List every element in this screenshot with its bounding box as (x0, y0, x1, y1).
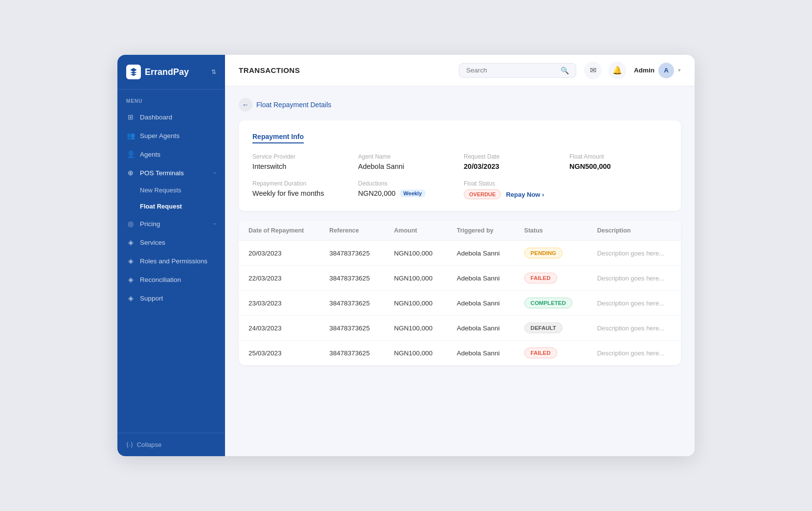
agent-name-label: Agent Name (358, 153, 456, 160)
deductions-row: NGN20,000 Weekly (358, 189, 456, 197)
cell-amount: NGN100,000 (384, 241, 447, 266)
status-badge: FAILED (524, 348, 557, 358)
agent-name-value: Adebola Sanni (358, 163, 456, 170)
status-badge: COMPLETED (524, 298, 572, 308)
cell-reference: 38478373625 (319, 291, 384, 316)
table-body: 20/03/2023 38478373625 NGN100,000 Adebol… (239, 241, 681, 366)
repay-now-button[interactable]: Repay Now › (506, 191, 544, 198)
sidebar-item-roles-permissions[interactable]: ◈ Roles and Permissions (117, 252, 225, 270)
logo-icon (126, 65, 141, 79)
collapse-label: Collapse (137, 441, 162, 448)
deductions-value: NGN20,000 (358, 189, 396, 197)
cell-reference: 38478373625 (319, 316, 384, 341)
notification-button[interactable]: 🔔 (609, 62, 626, 79)
cell-triggered-by: Adebola Sanni (447, 291, 515, 316)
breadcrumb-text[interactable]: Float Repayment Details (256, 101, 331, 109)
repayment-duration-value: Weekly for five months (252, 189, 350, 197)
request-date-label: Request Date (464, 153, 562, 160)
table-row: 25/03/2023 38478373625 NGN100,000 Adebol… (239, 341, 681, 366)
sidebar-logo[interactable]: ErrandPay ⇅ (117, 55, 225, 90)
cell-amount: NGN100,000 (384, 266, 447, 291)
roles-icon: ◈ (126, 257, 135, 265)
deductions-block: Deductions NGN20,000 Weekly (358, 180, 456, 199)
sidebar-item-agents[interactable]: 👤 Agents (117, 145, 225, 163)
repayment-duration-block: Repayment Duration Weekly for five month… (252, 180, 350, 199)
service-provider-value: Interswitch (252, 163, 350, 170)
sidebar-sub-item-new-requests[interactable]: New Requests (117, 182, 225, 198)
deductions-label: Deductions (358, 180, 456, 187)
reconciliation-icon: ◈ (126, 276, 135, 283)
table-row: 23/03/2023 38478373625 NGN100,000 Adebol… (239, 291, 681, 316)
cell-triggered-by: Adebola Sanni (447, 316, 515, 341)
bell-icon: 🔔 (612, 66, 622, 75)
sidebar-item-dashboard[interactable]: ⊞ Dashboard (117, 108, 225, 126)
sidebar-item-services[interactable]: ◈ Services (117, 233, 225, 252)
content-area: ← Float Repayment Details Repayment Info… (225, 86, 695, 456)
sidebar-item-label: Support (140, 295, 216, 302)
sidebar-item-label: Super Agents (140, 132, 216, 139)
repayment-info-card: Repayment Info Service Provider Interswi… (239, 120, 681, 211)
cell-status: COMPLETED (515, 291, 587, 316)
float-status-block: Float Status OVERDUE Repay Now › (464, 180, 562, 199)
col-triggered-by: Triggered by (447, 221, 515, 241)
page-title: TRANSACTIONS (239, 66, 300, 74)
sidebar-item-reconciliation[interactable]: ◈ Reconciliation (117, 270, 225, 289)
sidebar-item-label: Agents (140, 151, 216, 158)
col-reference: Reference (319, 221, 384, 241)
float-request-label: Float Request (140, 203, 182, 210)
status-badge: DEFAULT (524, 323, 563, 333)
cell-status: PENDING (515, 241, 587, 266)
sidebar-collapse-button[interactable]: ⟨·⟩ Collapse (117, 433, 225, 456)
status-badge: PENDING (524, 248, 563, 258)
cell-reference: 38478373625 (319, 266, 384, 291)
pricing-icon: ◎ (126, 220, 135, 228)
cell-reference: 38478373625 (319, 241, 384, 266)
sidebar-item-pricing[interactable]: ◎ Pricing − (117, 214, 225, 233)
topbar: TRANSACTIONS 🔍 ✉ 🔔 Admin A ▾ (225, 55, 695, 86)
cell-description: Description goes here... (587, 316, 681, 341)
cell-description: Description goes here... (587, 241, 681, 266)
logo-chevron-icon[interactable]: ⇅ (211, 69, 216, 75)
dashboard-icon: ⊞ (126, 113, 135, 121)
sidebar-item-super-agents[interactable]: 👥 Super Agents (117, 126, 225, 145)
app-container: ErrandPay ⇅ MENU ⊞ Dashboard 👥 Super Age… (117, 55, 695, 456)
col-amount: Amount (384, 221, 447, 241)
search-bar[interactable]: 🔍 (459, 63, 576, 78)
cell-amount: NGN100,000 (384, 316, 447, 341)
expand-icon: − (213, 170, 216, 176)
nav-items: MENU ⊞ Dashboard 👥 Super Agents 👤 Agents… (117, 90, 225, 433)
repayment-table: Date of Repayment Reference Amount Trigg… (239, 221, 681, 365)
table-row: 24/03/2023 38478373625 NGN100,000 Adebol… (239, 316, 681, 341)
mail-button[interactable]: ✉ (584, 62, 602, 79)
sidebar-item-label: Dashboard (140, 114, 216, 121)
sidebar-item-label: POS Terminals (140, 169, 208, 177)
service-provider-label: Service Provider (252, 153, 350, 160)
search-input[interactable] (466, 67, 557, 74)
weekly-badge: Weekly (400, 189, 426, 197)
user-name: Admin (634, 67, 654, 74)
cell-description: Description goes here... (587, 341, 681, 366)
request-date-value: 20/03/2023 (464, 163, 562, 170)
cell-date: 22/03/2023 (239, 266, 319, 291)
back-button[interactable]: ← (239, 98, 252, 112)
cell-date: 25/03/2023 (239, 341, 319, 366)
user-menu[interactable]: Admin A ▾ (634, 63, 681, 78)
sidebar-item-pos-terminals[interactable]: ⊕ POS Terminals − (117, 163, 225, 182)
service-provider-block: Service Provider Interswitch (252, 153, 350, 170)
cell-status: FAILED (515, 266, 587, 291)
sidebar-item-label: Roles and Permissions (140, 257, 216, 265)
col-date: Date of Repayment (239, 221, 319, 241)
logo-text: ErrandPay (145, 67, 189, 77)
cell-description: Description goes here... (587, 291, 681, 316)
repayment-duration-label: Repayment Duration (252, 180, 350, 187)
sidebar-item-label: Reconciliation (140, 276, 216, 283)
repayment-info-tab[interactable]: Repayment Info (252, 133, 304, 143)
support-icon: ◈ (126, 294, 135, 302)
float-amount-block: Float Amount NGN500,000 (569, 153, 667, 170)
repayment-table-card: Date of Repayment Reference Amount Trigg… (239, 221, 681, 365)
sidebar-sub-item-float-request[interactable]: Float Request (117, 198, 225, 214)
sidebar-item-support[interactable]: ◈ Support (117, 289, 225, 307)
avatar: A (658, 63, 674, 78)
float-amount-label: Float Amount (569, 153, 667, 160)
search-icon: 🔍 (561, 67, 569, 74)
